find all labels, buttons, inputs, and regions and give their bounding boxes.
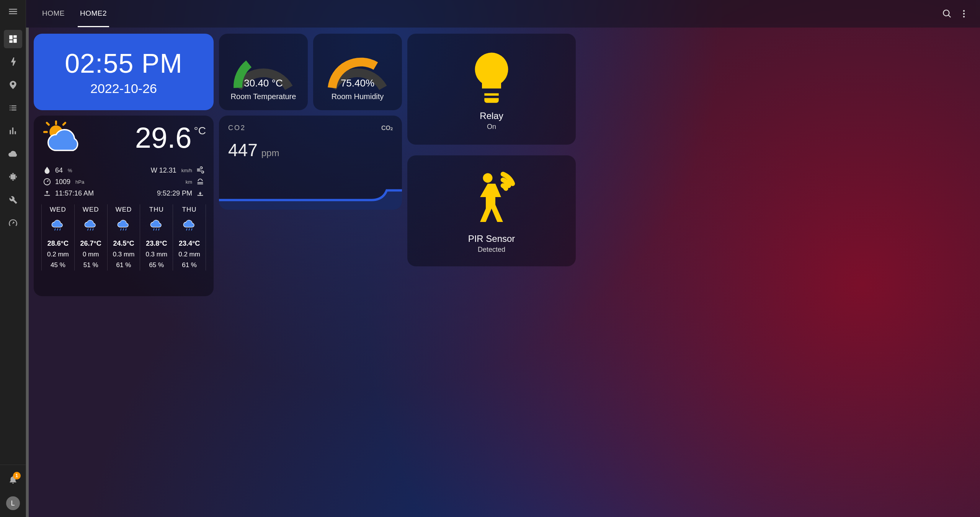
svg-line-9 (55, 229, 56, 230)
svg-line-14 (93, 229, 93, 230)
weather-pressure: 1009 (55, 178, 70, 186)
wind-icon (196, 166, 204, 175)
more-button[interactable] (956, 5, 972, 22)
forecast-item[interactable]: WED 28.6°C0.2 mm45 % (41, 204, 75, 271)
more-vert-icon (959, 9, 969, 19)
forecast-item[interactable]: THU 23.8°C0.3 mm65 % (140, 204, 173, 271)
forecast-day: THU (149, 206, 164, 214)
user-avatar[interactable]: L (6, 496, 20, 510)
sidebar-item-map[interactable] (4, 76, 22, 94)
svg-line-10 (57, 229, 58, 230)
speedometer-icon (8, 218, 18, 228)
header: HOME HOME2 (26, 0, 980, 28)
co2-icon: CO₂ (381, 124, 393, 132)
svg-point-0 (963, 10, 965, 11)
temperature-value: 30.40 °C (227, 77, 300, 89)
svg-line-17 (126, 229, 126, 230)
svg-line-6 (47, 123, 49, 125)
pressure-icon (43, 178, 51, 186)
svg-line-11 (60, 229, 60, 230)
rainy-icon (181, 217, 198, 236)
tab-home2[interactable]: HOME2 (78, 1, 109, 27)
rainy-icon (50, 217, 66, 236)
bolt-icon (8, 57, 18, 67)
clock-date: 2022-10-26 (90, 81, 157, 96)
co2-card[interactable]: CO2 CO₂ 447 ppm (219, 116, 402, 210)
room-humidity-card[interactable]: 75.40% Room Humidity (313, 34, 402, 110)
co2-unit: ppm (261, 148, 279, 158)
pir-sensor-card[interactable]: PIR Sensor Detected (407, 155, 576, 266)
forecast-humidity: 61 % (182, 261, 197, 269)
notification-badge: 1 (13, 472, 21, 479)
sidebar-item-devtools[interactable] (4, 191, 22, 209)
weather-sunrise: 11:57:16 AM (55, 189, 94, 197)
search-icon (942, 9, 952, 19)
svg-point-24 (483, 173, 493, 183)
relay-title: Relay (480, 111, 503, 121)
search-button[interactable] (939, 5, 956, 22)
dashboard: 02:55 PM 2022-10-26 30.40 °C Room Temper… (26, 28, 980, 517)
bar-chart-icon (8, 126, 18, 136)
dashboard-icon (8, 34, 18, 44)
sidebar-item-speed[interactable] (4, 214, 22, 232)
weather-pressure-unit: hPa (75, 179, 84, 185)
weather-visibility-unit: km (186, 179, 192, 185)
forecast-temp: 28.6°C (47, 240, 69, 248)
notifications-button[interactable]: 1 (4, 470, 22, 489)
sidebar-item-history[interactable] (4, 122, 22, 140)
sidebar-item-hardware[interactable] (4, 168, 22, 186)
clock-time: 02:55 PM (65, 48, 183, 79)
co2-chart (219, 163, 402, 210)
weather-humidity: 64 (55, 166, 63, 175)
rainy-icon (149, 217, 165, 236)
sidebar-item-energy[interactable] (4, 53, 22, 71)
wrench-icon (8, 195, 18, 205)
fog-icon (196, 178, 204, 186)
forecast-precip: 0 mm (83, 251, 99, 258)
forecast-humidity: 61 % (116, 261, 131, 269)
weather-humidity-unit: % (68, 168, 72, 173)
forecast-day: THU (182, 206, 197, 214)
rainy-icon (83, 217, 99, 236)
temperature-label: Room Temperature (231, 92, 296, 101)
co2-value: 447 (228, 140, 258, 160)
menu-button[interactable] (4, 2, 22, 21)
scrollbar[interactable] (26, 28, 29, 517)
forecast-item[interactable]: WED 24.5°C0.3 mm61 % (108, 204, 140, 271)
forecast-humidity: 45 % (51, 261, 65, 269)
sidebar-item-overview[interactable] (4, 30, 22, 48)
sunrise-icon (43, 189, 51, 197)
pir-state: Detected (478, 246, 505, 254)
sidebar-item-cloud[interactable] (4, 145, 22, 163)
sidebar: 1 L (0, 0, 26, 517)
sidebar-item-todo[interactable] (4, 99, 22, 117)
svg-line-12 (88, 229, 88, 230)
forecast-temp: 23.4°C (179, 240, 200, 248)
room-temperature-card[interactable]: 30.40 °C Room Temperature (219, 34, 308, 110)
tab-home[interactable]: HOME (40, 1, 67, 27)
relay-card[interactable]: Relay On (407, 34, 576, 145)
svg-line-7 (63, 123, 65, 125)
forecast-day: WED (50, 206, 66, 214)
list-icon (8, 103, 18, 113)
weather-current-temp: 29.6 (135, 121, 192, 154)
forecast-item[interactable]: WED 26.7°C0 mm51 % (75, 204, 108, 271)
weather-card[interactable]: 29.6 °C 64 % 1009 hPa (34, 116, 214, 296)
weather-partly-cloudy-icon (39, 120, 89, 162)
forecast-precip: 0.3 mm (113, 251, 135, 258)
svg-line-22 (189, 229, 189, 230)
chip-icon (8, 172, 18, 182)
forecast-humidity: 51 % (83, 261, 98, 269)
svg-line-18 (154, 229, 154, 230)
forecast-item[interactable]: THU 23.4°C0.2 mm61 % (173, 204, 206, 271)
svg-line-16 (123, 229, 124, 230)
humidity-icon (43, 166, 51, 175)
svg-line-23 (191, 229, 192, 230)
cloud-icon (8, 149, 18, 159)
forecast-temp: 23.8°C (146, 240, 167, 248)
sunset-icon (196, 189, 204, 197)
weather-sunset: 9:52:29 PM (157, 189, 192, 197)
relay-state: On (487, 123, 496, 131)
tabs: HOME HOME2 (34, 1, 109, 27)
clock-card[interactable]: 02:55 PM 2022-10-26 (34, 34, 214, 110)
